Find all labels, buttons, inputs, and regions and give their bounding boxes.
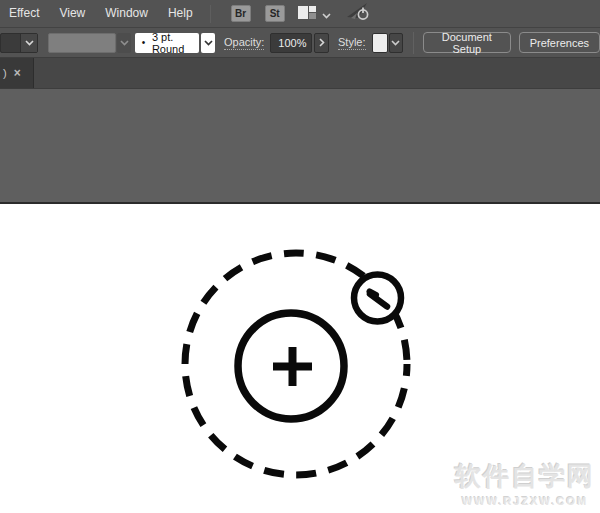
chevron-down-icon[interactable]	[20, 34, 37, 52]
brush-chevron-icon[interactable]	[201, 33, 215, 53]
document-tab[interactable]: ) ×	[0, 58, 34, 88]
menu-help[interactable]: Help	[158, 0, 203, 27]
stock-button[interactable]: St	[265, 5, 285, 22]
opacity-popup-button[interactable]	[314, 33, 329, 53]
watermark: 软件自学网 WWW.RJZXW.COM	[455, 459, 595, 507]
menu-window[interactable]: Window	[95, 0, 158, 27]
controlbar-divider	[413, 32, 414, 54]
style-label[interactable]: Style:	[338, 35, 366, 50]
pasteboard	[0, 88, 600, 202]
brush-definition-value: 3 pt. Round	[152, 31, 199, 55]
watermark-title: 软件自学网	[455, 459, 595, 494]
cs-live-icon[interactable]	[346, 2, 370, 25]
opacity-input[interactable]: 100%	[270, 33, 312, 53]
workspace-layout-icon	[298, 5, 316, 23]
document-tab-label: )	[3, 67, 7, 79]
workspace-switcher[interactable]	[298, 5, 331, 23]
menubar-divider	[210, 5, 211, 23]
illustrator-window: Effect View Window Help Br St	[0, 0, 600, 513]
watermark-url: WWW.RJZXW.COM	[455, 495, 595, 507]
menu-effect[interactable]: Effect	[0, 0, 49, 27]
document-tab-bar: ) ×	[0, 58, 600, 88]
menu-view[interactable]: View	[49, 0, 95, 27]
document-setup-button[interactable]: Document Setup	[423, 32, 511, 53]
brush-dot-icon: •	[135, 37, 152, 48]
close-icon[interactable]: ×	[14, 68, 21, 78]
width-profile-chevron-icon[interactable]	[117, 33, 131, 53]
brush-definition-dropdown[interactable]: • 3 pt. Round	[135, 33, 199, 53]
preferences-button[interactable]: Preferences	[519, 32, 600, 53]
artboard: 软件自学网 WWW.RJZXW.COM	[0, 202, 600, 512]
bridge-button[interactable]: Br	[231, 5, 251, 22]
style-chevron-icon[interactable]	[389, 33, 403, 53]
menu-bar: Effect View Window Help Br St	[0, 0, 600, 28]
opacity-label[interactable]: Opacity:	[224, 35, 264, 50]
chevron-down-icon	[322, 5, 331, 23]
width-profile-preview[interactable]	[48, 33, 116, 53]
style-swatch[interactable]	[372, 33, 388, 53]
control-bar: • 3 pt. Round Opacity: 100% Style: Docum…	[0, 28, 600, 58]
stroke-weight-dropdown[interactable]	[0, 33, 38, 53]
electron-dash	[370, 292, 377, 296]
